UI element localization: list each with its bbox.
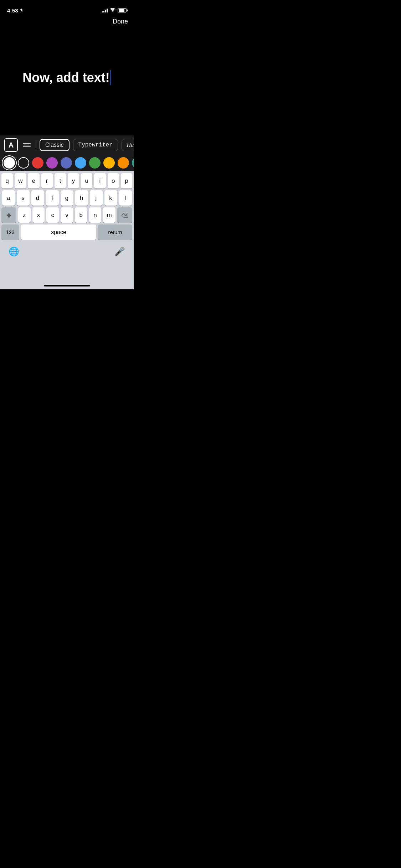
key-d[interactable]: d — [31, 190, 44, 206]
key-a[interactable]: a — [2, 190, 15, 206]
wifi-icon — [110, 8, 115, 12]
location-icon — [20, 8, 24, 12]
key-g[interactable]: g — [61, 190, 73, 206]
key-u[interactable]: u — [81, 173, 92, 188]
nums-key[interactable]: 123 — [1, 224, 19, 240]
align-icon[interactable] — [21, 141, 32, 149]
key-row-1: q w e r t y u i o p — [1, 173, 132, 188]
color-swatch-yellow[interactable] — [103, 157, 115, 169]
signal-icon — [102, 8, 108, 12]
key-i[interactable]: i — [94, 173, 106, 188]
editor-text: Now, add text! — [22, 70, 111, 85]
home-indicator — [44, 285, 90, 286]
color-swatch-white[interactable] — [4, 157, 15, 169]
key-y[interactable]: y — [68, 173, 79, 188]
space-key[interactable]: space — [21, 224, 96, 240]
key-m[interactable]: m — [103, 207, 115, 223]
key-s[interactable]: s — [17, 190, 30, 206]
text-cursor — [110, 70, 111, 85]
toolbar: A Classic Typewriter Handwri... — [0, 135, 134, 155]
key-z[interactable]: z — [18, 207, 31, 223]
key-p[interactable]: p — [121, 173, 132, 188]
key-k[interactable]: k — [104, 190, 117, 206]
font-style-handwriting[interactable]: Handwri... — [122, 139, 134, 151]
shift-key[interactable] — [1, 207, 16, 223]
key-n[interactable]: n — [89, 207, 102, 223]
toolbar-divider — [36, 140, 36, 150]
color-swatch-teal[interactable] — [132, 157, 134, 169]
key-l[interactable]: l — [119, 190, 132, 206]
delete-key[interactable] — [117, 207, 132, 223]
text-area[interactable]: Now, add text! — [0, 16, 134, 140]
font-icon[interactable]: A — [4, 138, 18, 152]
bottom-bar: 🌐 🎤 — [0, 242, 134, 260]
key-j[interactable]: j — [90, 190, 103, 206]
key-v[interactable]: v — [61, 207, 73, 223]
color-swatch-blue-dark[interactable] — [61, 157, 72, 169]
color-swatch-white-outline[interactable] — [18, 157, 29, 169]
mic-icon[interactable]: 🎤 — [114, 247, 125, 257]
key-c[interactable]: c — [46, 207, 59, 223]
status-bar: 4:58 — [0, 0, 134, 16]
globe-icon[interactable]: 🌐 — [9, 247, 19, 257]
status-icons — [102, 8, 127, 12]
key-q[interactable]: q — [1, 173, 13, 188]
key-r[interactable]: r — [41, 173, 53, 188]
key-w[interactable]: w — [15, 173, 26, 188]
key-o[interactable]: o — [108, 173, 119, 188]
keyboard: q w e r t y u i o p a s d f g h j k l — [0, 171, 134, 289]
key-row-4: 123 space return — [1, 224, 132, 240]
color-palette — [0, 155, 134, 171]
color-swatch-orange[interactable] — [118, 157, 129, 169]
status-time: 4:58 — [7, 7, 18, 14]
return-key[interactable]: return — [98, 224, 132, 240]
font-style-typewriter[interactable]: Typewriter — [73, 139, 118, 151]
key-row-2: a s d f g h j k l — [1, 190, 132, 206]
key-h[interactable]: h — [75, 190, 88, 206]
font-style-classic[interactable]: Classic — [40, 139, 70, 151]
key-t[interactable]: t — [55, 173, 66, 188]
battery-icon — [118, 8, 127, 12]
key-b[interactable]: b — [75, 207, 87, 223]
key-e[interactable]: e — [28, 173, 39, 188]
key-row-3: z x c v b n m — [1, 207, 132, 223]
color-swatch-blue-light[interactable] — [75, 157, 86, 169]
color-swatch-purple[interactable] — [46, 157, 58, 169]
keyboard-rows: q w e r t y u i o p a s d f g h j k l — [0, 171, 134, 240]
color-swatch-green[interactable] — [89, 157, 101, 169]
key-x[interactable]: x — [32, 207, 45, 223]
key-f[interactable]: f — [46, 190, 59, 206]
color-swatch-red[interactable] — [32, 157, 43, 169]
